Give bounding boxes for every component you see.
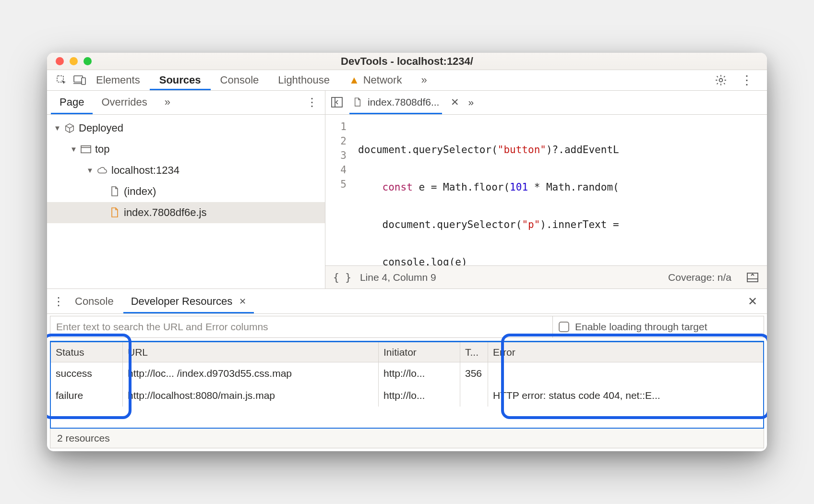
tree-row-index[interactable]: (index) — [47, 181, 325, 202]
tab-console[interactable]: Console — [211, 70, 269, 90]
cube-icon — [64, 123, 75, 133]
tab-lighthouse-label: Lighthouse — [278, 74, 330, 86]
toggle-navigator-icon[interactable] — [330, 96, 344, 109]
code-lines[interactable]: document.querySelector("button")?.addEve… — [353, 115, 619, 265]
tree-label: localhost:1234 — [111, 164, 180, 177]
close-drawer-icon[interactable]: ✕ — [748, 295, 762, 308]
document-icon — [352, 97, 363, 108]
tab-sources[interactable]: Sources — [150, 70, 211, 90]
navigator-more-icon[interactable]: ⋮ — [308, 96, 321, 109]
file-tree[interactable]: ▼ Deployed ▼ top ▼ — [47, 115, 325, 288]
drawer-tab-developer-resources[interactable]: Developer Resources ✕ — [123, 289, 254, 313]
kebab-menu-icon[interactable]: ⋮ — [740, 73, 754, 87]
tree-label: index.7808df6e.js — [124, 206, 206, 219]
editor-file-tab[interactable]: index.7808df6... — [349, 91, 442, 114]
drawer-tab-console[interactable]: Console — [67, 289, 121, 313]
editor-tab-label: index.7808df6... — [368, 96, 439, 108]
table-row[interactable]: success http://loc... /index.d9703d55.cs… — [51, 362, 763, 384]
sources-split: Page Overrides » ⋮ ▼ Deployed ▼ — [47, 91, 767, 288]
tab-sources-label: Sources — [159, 74, 201, 86]
main-tab-strip: Elements Sources Console Lighthouse ▲ Ne… — [47, 70, 767, 91]
tab-network-label: Network — [363, 74, 402, 86]
main-tabs-overflow[interactable]: » — [411, 70, 436, 90]
drawer: ⋮ Console Developer Resources ✕ ✕ Enable… — [47, 288, 767, 451]
nav-tab-overrides[interactable]: Overrides — [93, 91, 156, 114]
tab-elements[interactable]: Elements — [86, 70, 150, 90]
resources-footer: 2 resources — [50, 429, 764, 448]
tree-row-host[interactable]: ▼ localhost:1234 — [47, 160, 325, 181]
minimize-window-button[interactable] — [70, 57, 78, 65]
settings-gear-icon[interactable] — [714, 73, 728, 87]
warning-icon: ▲ — [349, 74, 359, 86]
svg-point-4 — [719, 79, 723, 82]
tree-row-deployed[interactable]: ▼ Deployed — [47, 118, 325, 139]
cursor-position: Line 4, Column 9 — [360, 272, 436, 283]
col-initiator[interactable]: Initiator — [379, 342, 460, 362]
editor-status-bar: { } Line 4, Column 9 Coverage: n/a — [325, 265, 767, 288]
disclosure-triangle-icon[interactable]: ▼ — [70, 145, 77, 153]
close-tab-icon[interactable]: ✕ — [236, 296, 246, 307]
document-icon — [109, 186, 120, 197]
svg-rect-7 — [332, 97, 342, 107]
search-input[interactable] — [50, 316, 552, 337]
code-editor[interactable]: 1 2 3 4 5 document.querySelector("button… — [325, 115, 767, 265]
col-url[interactable]: URL — [123, 342, 379, 362]
enable-loading-label: Enable loading through target — [575, 321, 707, 333]
tree-row-file-selected[interactable]: index.7808df6e.js — [47, 202, 325, 223]
svg-rect-3 — [82, 78, 85, 84]
editor-pane: index.7808df6... ✕ » 1 2 3 4 5 document.… — [325, 91, 767, 288]
disclosure-triangle-icon[interactable]: ▼ — [86, 166, 93, 174]
col-error[interactable]: Error — [488, 342, 763, 362]
maximize-window-button[interactable] — [84, 57, 92, 65]
devtools-window: DevTools - localhost:1234/ Elements Sour… — [47, 53, 767, 451]
col-t[interactable]: T... — [460, 342, 488, 362]
resources-table: Status URL Initiator T... Error success … — [50, 341, 764, 429]
tab-elements-label: Elements — [96, 74, 140, 86]
close-tab-icon[interactable]: ✕ — [448, 96, 462, 108]
nav-tabs-overflow[interactable]: » — [156, 91, 179, 114]
tab-network[interactable]: ▲ Network — [339, 70, 411, 90]
show-drawer-icon[interactable] — [746, 271, 759, 284]
drawer-tabstrip: ⋮ Console Developer Resources ✕ ✕ — [47, 289, 767, 314]
inspect-element-icon[interactable] — [55, 73, 68, 87]
checkbox-icon[interactable] — [559, 322, 569, 332]
navigator-tabs: Page Overrides » ⋮ — [47, 91, 325, 115]
drawer-menu-icon[interactable]: ⋮ — [52, 295, 65, 308]
frame-icon — [81, 144, 91, 155]
filter-row: Enable loading through target — [50, 316, 764, 338]
nav-tab-page[interactable]: Page — [51, 91, 93, 114]
svg-rect-5 — [81, 146, 91, 153]
navigator-pane: Page Overrides » ⋮ ▼ Deployed ▼ — [47, 91, 325, 288]
table-header: Status URL Initiator T... Error — [51, 342, 763, 362]
pretty-print-icon[interactable]: { } — [333, 272, 351, 283]
tree-label: top — [95, 143, 110, 156]
tab-console-label: Console — [220, 74, 259, 86]
traffic-lights — [56, 57, 92, 65]
title-bar: DevTools - localhost:1234/ — [47, 53, 767, 70]
table-row[interactable]: failure http://localhost:8080/main.js.ma… — [51, 384, 763, 407]
disclosure-triangle-icon[interactable]: ▼ — [54, 124, 60, 132]
cloud-icon — [97, 165, 108, 176]
tree-row-top[interactable]: ▼ top — [47, 139, 325, 160]
js-file-icon — [109, 207, 120, 218]
coverage-label: Coverage: n/a — [668, 272, 731, 283]
tree-label: Deployed — [79, 122, 123, 134]
device-toolbar-icon[interactable] — [73, 73, 86, 87]
line-gutter: 1 2 3 4 5 — [325, 115, 353, 265]
tab-lighthouse[interactable]: Lighthouse — [268, 70, 339, 90]
enable-loading-toggle[interactable]: Enable loading through target — [552, 316, 764, 337]
tree-label: (index) — [124, 185, 156, 198]
window-title: DevTools - localhost:1234/ — [341, 55, 473, 68]
close-window-button[interactable] — [56, 57, 64, 65]
editor-tabs-overflow[interactable]: » — [468, 96, 474, 108]
col-status[interactable]: Status — [51, 342, 123, 362]
editor-tabstrip: index.7808df6... ✕ » — [325, 91, 767, 115]
